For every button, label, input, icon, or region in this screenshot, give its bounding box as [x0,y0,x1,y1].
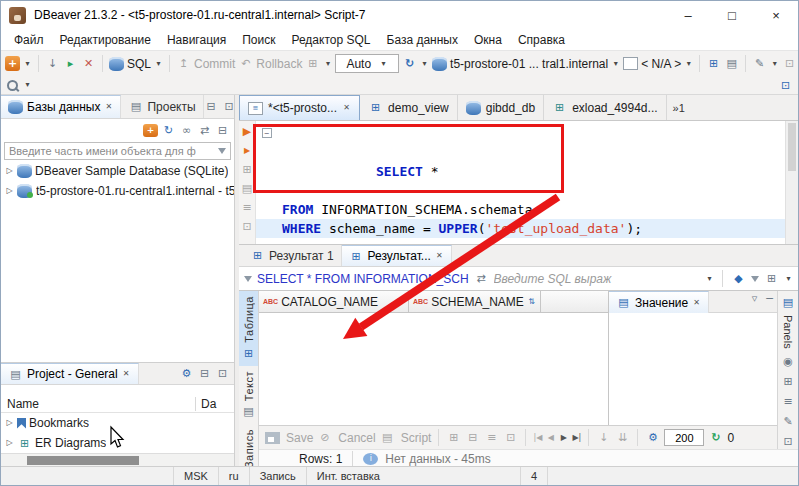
edit-panel-icon[interactable] [781,414,796,429]
refresh-tree-icon[interactable] [161,123,176,138]
fetch-all-icon[interactable] [615,430,630,445]
table-tools-icon[interactable] [706,56,721,71]
refresh-icon[interactable] [402,56,417,71]
link-editor-icon[interactable] [179,123,194,138]
script-button[interactable]: Script [401,431,432,445]
explain-plan-icon[interactable] [240,162,255,177]
value-panel-body[interactable] [609,313,777,424]
last-page-icon[interactable] [572,430,581,445]
tab-text-presentation[interactable]: Текст [239,366,258,424]
scrollbar-thumb[interactable] [788,123,796,171]
tree-item-sample-db[interactable]: DBeaver Sample Database (SQLite) [1,161,234,181]
tab-value[interactable]: Значение [609,291,709,313]
save-filter-icon[interactable] [751,276,759,282]
column-header-date[interactable]: Da [196,397,234,411]
column-catalog-name[interactable]: ABC CATALOG_NAME [259,291,409,312]
status-insert-mode[interactable]: Запись [249,467,306,485]
status-timezone[interactable]: MSK [173,467,218,485]
tab-databases[interactable]: Базы данных [1,95,121,118]
object-filter-input[interactable] [4,142,231,160]
tab-gibdd-db[interactable]: gibdd_db [458,95,544,120]
grid-config-dropdown-icon[interactable] [784,271,793,286]
close-icon[interactable] [122,367,131,382]
expander-icon[interactable] [5,416,14,431]
tab-project-general[interactable]: Project - General [1,363,139,384]
menu-item-file[interactable]: Файл [6,31,52,49]
perspective-icon[interactable] [782,56,797,71]
edit-row-icon[interactable] [503,430,518,445]
cancel-button[interactable]: Cancel [338,431,375,445]
minimize-panel-icon[interactable] [762,291,777,306]
project-item-er-diagrams[interactable]: ER Diagrams [1,433,234,453]
edit-tools-dropdown-icon[interactable] [770,56,779,71]
edit-tools-icon[interactable] [752,56,767,71]
fetch-next-icon[interactable] [596,430,611,445]
delete-row-icon[interactable] [465,430,480,445]
column-schema-name[interactable]: ABC SCHEMA_NAME [409,291,541,312]
duplicate-row-icon[interactable] [484,430,499,445]
collapse-all-icon[interactable] [215,123,230,138]
metadata-panel-icon[interactable] [781,394,796,409]
tab-exload[interactable]: exload_4994d... [544,95,666,120]
menu-item-help[interactable]: Справка [510,31,573,49]
filter-expression-input[interactable] [494,272,700,286]
panel-menu-icon[interactable] [747,291,762,306]
execute-script-icon[interactable] [243,143,252,158]
menu-item-database[interactable]: База данных [379,31,466,49]
grid-panel-icon[interactable] [781,374,796,389]
status-smart-insert[interactable]: Инт. вставка [306,467,390,485]
schema-combo[interactable]: < N/A > [641,56,693,71]
scrollbar-thumb[interactable] [27,456,139,465]
new-connection-icon[interactable] [5,56,20,71]
panel-toggle-icon[interactable] [240,219,255,234]
horizontal-scrollbar[interactable] [1,453,234,466]
close-icon[interactable] [342,101,351,116]
connect-icon[interactable] [143,124,158,137]
status-caret-position[interactable]: 4 [520,467,548,485]
open-script-icon[interactable] [45,56,60,71]
transaction-mode-icon[interactable] [305,56,320,71]
hidden-tabs-chevron[interactable]: »1 [667,95,691,120]
profile-icon[interactable] [778,78,793,93]
first-page-icon[interactable] [533,430,542,445]
column-header-name[interactable]: Name [1,397,196,411]
grid-body[interactable] [259,313,608,424]
refresh-dropdown-icon[interactable] [420,56,429,71]
minimize-button[interactable]: – [666,1,710,29]
expander-icon[interactable] [5,164,14,179]
apply-filter-icon[interactable] [731,271,746,286]
grid-config-icon[interactable] [764,271,779,286]
close-script-icon[interactable] [81,56,96,71]
output-icon[interactable] [240,181,255,196]
sort-icon[interactable] [395,294,404,309]
menu-item-search[interactable]: Поиск [234,31,283,49]
expand-filter-icon[interactable] [474,271,489,286]
tree-item-t5-connection[interactable]: t5-prostore-01.ru-central1.internal - t5 [1,181,234,201]
menu-item-edit[interactable]: Редактирование [52,31,159,49]
commit-button[interactable]: Commit [176,56,235,71]
transaction-dropdown-icon[interactable] [323,56,332,71]
execute-statement-icon[interactable] [240,124,255,139]
next-page-icon[interactable] [559,430,568,445]
fold-marker-icon[interactable] [262,128,272,138]
tab-demo-view[interactable]: demo_view [360,95,458,120]
close-icon[interactable] [104,100,113,115]
menu-item-sql-editor[interactable]: Редактор SQL [283,31,378,49]
new-connection-dropdown-icon[interactable] [23,56,32,71]
minimize-pane-icon[interactable] [204,99,219,114]
menu-item-window[interactable]: Окна [466,31,510,49]
editor-scrollbar[interactable] [785,121,798,244]
tab-grid-presentation[interactable]: Таблица [239,291,258,366]
log-icon[interactable] [240,200,255,215]
tab-projects[interactable]: Проекты [121,95,203,118]
maximize-pane-icon[interactable] [215,366,230,381]
rollback-button[interactable]: Rollback [238,56,302,71]
tab-result-2[interactable]: Результат... [342,245,452,266]
filter-history-icon[interactable] [705,271,714,286]
auto-refresh-icon[interactable] [708,430,723,445]
tab-record-presentation[interactable]: Запись [239,424,258,466]
previous-page-icon[interactable] [546,430,555,445]
fetch-size-input[interactable] [664,429,704,446]
output-panel-icon[interactable] [724,56,739,71]
sync-selection-icon[interactable] [197,123,212,138]
